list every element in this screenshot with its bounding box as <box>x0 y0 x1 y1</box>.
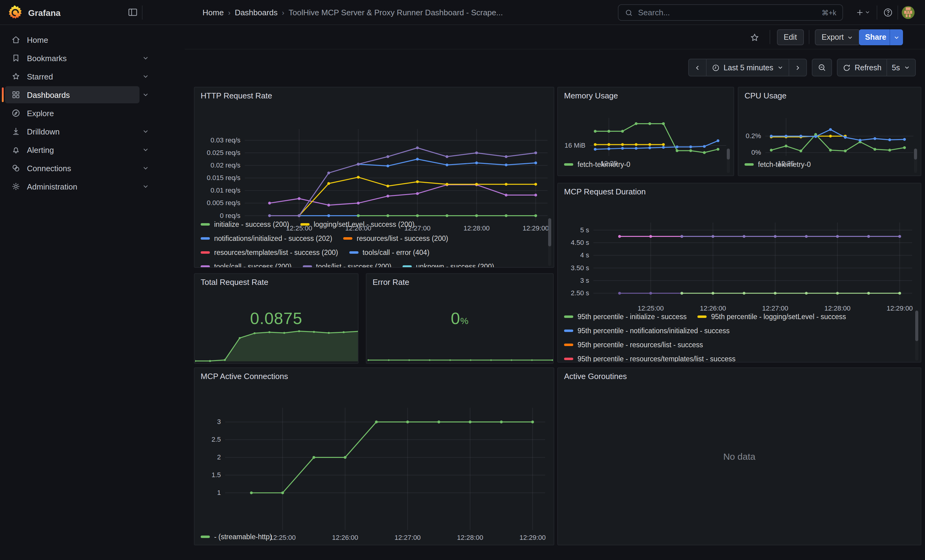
chevron-down-icon[interactable] <box>142 128 149 135</box>
chevron-down-icon[interactable] <box>142 73 149 80</box>
chevron-down-icon <box>847 34 853 41</box>
compass-icon <box>11 108 21 118</box>
time-shift-forward-button[interactable] <box>789 59 806 76</box>
duration-legend: 95th percentile - initialize - success95… <box>564 309 912 363</box>
share-menu-button[interactable] <box>889 29 903 45</box>
legend-series-label: resources/templates/list - success (200) <box>214 249 338 256</box>
share-button[interactable]: Share <box>859 29 893 45</box>
sidebar-item-administration[interactable]: Administration <box>0 178 185 195</box>
new-menu-button[interactable] <box>851 4 874 20</box>
zoom-out-button[interactable] <box>812 59 832 77</box>
nav-pill <box>5 68 140 85</box>
legend-item[interactable]: tools/call - error (404) <box>349 249 429 256</box>
panel-title[interactable]: CPU Usage <box>744 91 786 100</box>
legend-series-color <box>201 237 210 239</box>
nav-pill <box>5 50 140 67</box>
sidebar-toggle-icon[interactable] <box>125 4 141 20</box>
zoom-out-icon <box>817 63 827 72</box>
panel-title[interactable]: HTTP Request Rate <box>201 91 272 100</box>
refresh-button[interactable]: Refresh <box>838 59 886 76</box>
legend-item[interactable]: resources/list - success (200) <box>343 234 448 242</box>
legend-item[interactable]: fetch-telemetry-0 <box>564 161 630 168</box>
legend-item[interactable]: fetch-telemetry-0 <box>744 161 811 168</box>
legend-item[interactable]: logging/setLevel - success (200) <box>300 221 414 228</box>
edit-button[interactable]: Edit <box>777 29 804 45</box>
panel-title[interactable]: Memory Usage <box>564 91 618 100</box>
legend-item[interactable]: tools/call - success (200) <box>201 263 292 268</box>
bell-icon <box>11 145 21 155</box>
sidebar-item-starred[interactable]: Starred <box>0 68 185 85</box>
breadcrumb: Home›Dashboards›ToolHive MCP Server & Pr… <box>202 0 503 25</box>
legend-item[interactable]: tools/list - success (200) <box>303 263 392 268</box>
legend-scrollbar[interactable] <box>915 311 918 361</box>
time-range-picker-button[interactable]: Last 5 minutes <box>706 59 789 76</box>
legend-item[interactable]: notifications/initialized - success (202… <box>201 234 332 242</box>
gear-icon <box>11 182 21 191</box>
panel-title[interactable]: Active Goroutines <box>564 372 627 381</box>
legend-item[interactable]: 95th percentile - initialize - success <box>564 313 687 320</box>
chevron-down-icon[interactable] <box>142 146 149 153</box>
legend-item[interactable]: 95th percentile - logging/setLevel - suc… <box>698 313 846 320</box>
refresh-interval-dropdown[interactable]: 5s <box>886 59 915 76</box>
svg-text:0.01 req/s: 0.01 req/s <box>211 186 240 194</box>
legend-series-color <box>349 251 358 254</box>
sidebar-item-drilldown[interactable]: Drilldown <box>0 123 185 140</box>
svg-text:0.02 req/s: 0.02 req/s <box>211 161 240 169</box>
grafana-logo-icon[interactable] <box>8 5 23 20</box>
help-button[interactable] <box>880 4 896 20</box>
legend-scrollbar[interactable] <box>727 149 730 173</box>
sidebar-item-alerting[interactable]: Alerting <box>0 141 185 158</box>
active-indicator <box>2 87 4 102</box>
brand-name: Grafana <box>28 8 60 18</box>
breadcrumb-item[interactable]: Dashboards <box>235 8 277 17</box>
legend-series-color <box>201 251 210 254</box>
legend-item[interactable]: unknown - success (200) <box>402 263 494 268</box>
legend-item[interactable]: 95th percentile - resources/templates/li… <box>564 355 735 362</box>
legend-series-label: 95th percentile - logging/setLevel - suc… <box>711 313 846 320</box>
chevron-down-icon[interactable] <box>142 91 149 98</box>
mcp-active-connections-chart[interactable]: 12:25:0012:26:0012:27:0012:28:0012:29:00… <box>194 384 554 544</box>
breadcrumb-item[interactable]: Home <box>202 8 224 17</box>
legend-series-color <box>744 163 754 165</box>
top-bar: Grafana Home›Dashboards›ToolHive MCP Ser… <box>0 0 925 25</box>
sidebar-item-explore[interactable]: Explore <box>0 105 185 122</box>
legend-series-color <box>402 265 412 267</box>
time-controls: Last 5 minutes Refresh 5s <box>688 59 916 77</box>
memory-legend: fetch-telemetry-0 <box>564 157 725 172</box>
total-request-rate-sparkline <box>195 323 359 363</box>
nav-pill <box>5 159 140 177</box>
legend-scrollbar[interactable] <box>548 218 551 266</box>
sidebar-nav: HomeBookmarksStarredDashboardsExploreDri… <box>0 25 185 560</box>
time-shift-back-button[interactable] <box>688 59 706 76</box>
time-range-group: Last 5 minutes <box>688 59 807 77</box>
svg-text:2.50 s: 2.50 s <box>571 289 589 297</box>
mcp-request-duration-chart[interactable]: 12:25:0012:26:0012:27:0012:28:0012:29:00… <box>558 199 921 321</box>
legend-item[interactable]: initialize - success (200) <box>201 221 289 228</box>
legend-item[interactable]: 95th percentile - resources/list - succe… <box>564 341 703 348</box>
bookmark-icon <box>11 53 21 63</box>
sidebar-item-connections[interactable]: Connections <box>0 159 185 177</box>
legend-series-label: resources/list - success (200) <box>357 234 448 242</box>
svg-text:5 s: 5 s <box>580 226 589 234</box>
legend-scrollbar[interactable] <box>914 149 917 173</box>
legend-item[interactable]: 95th percentile - notifications/initiali… <box>564 327 729 334</box>
panel-title[interactable]: MCP Active Connections <box>201 372 288 381</box>
search-input[interactable]: Search... ⌘+k <box>618 4 843 21</box>
legend-item[interactable]: - (streamable-http) <box>201 533 272 540</box>
panel-title[interactable]: Error Rate <box>372 278 409 287</box>
sidebar-item-bookmarks[interactable]: Bookmarks <box>0 50 185 67</box>
chevron-down-icon[interactable] <box>142 183 149 190</box>
avatar[interactable] <box>902 6 914 19</box>
chevron-down-icon[interactable] <box>142 164 149 172</box>
legend-item[interactable]: resources/templates/list - success (200) <box>201 249 338 256</box>
panel-title[interactable]: Total Request Rate <box>201 278 268 287</box>
chevron-down-icon[interactable] <box>142 54 149 62</box>
sidebar-item-home[interactable]: Home <box>0 31 185 48</box>
panel-title[interactable]: MCP Request Duration <box>564 187 646 196</box>
sidebar-item-dashboards[interactable]: Dashboards <box>0 86 185 103</box>
breadcrumb-item: ToolHive MCP Server & Proxy Runner Dashb… <box>289 8 503 17</box>
divider <box>770 30 770 44</box>
favorite-star-button[interactable] <box>746 29 762 45</box>
nav-pill <box>5 86 140 103</box>
export-button[interactable]: Export <box>815 29 860 45</box>
